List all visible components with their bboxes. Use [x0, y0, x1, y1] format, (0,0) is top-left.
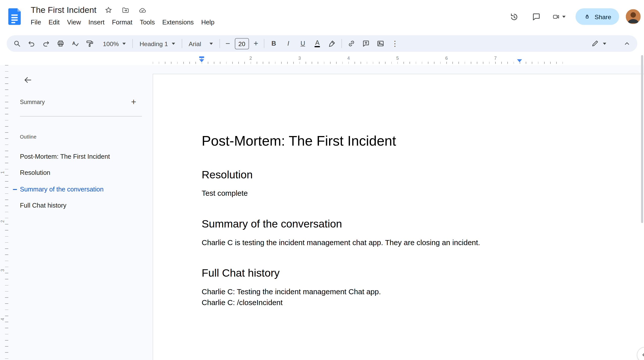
menu-format[interactable]: Format [108, 17, 136, 28]
increase-font-size-button[interactable]: + [251, 37, 261, 51]
ruler-ticks [5, 65, 8, 360]
toolbar: A 100% Heading 1 Arial − 20 + B [7, 35, 637, 52]
scrollbar[interactable] [641, 55, 643, 223]
font-size-input[interactable]: 20 [235, 38, 249, 49]
zoom-select[interactable]: 100% [99, 37, 130, 51]
lock-icon [583, 13, 591, 20]
divider [219, 39, 220, 48]
bold-button[interactable]: B [267, 37, 281, 51]
zoom-value: 100% [103, 40, 119, 47]
outline-item-active[interactable]: Summary of the conversation [20, 181, 145, 198]
divider [182, 39, 182, 48]
menu-insert[interactable]: Insert [85, 17, 108, 28]
logo-line [11, 19, 18, 21]
doc-heading-chat-history[interactable]: Full Chat history [202, 267, 520, 280]
collapse-toolbar-icon[interactable] [620, 37, 634, 51]
outline-item[interactable]: Full Chat history [20, 198, 145, 214]
ruler-mark: 4 [0, 315, 5, 323]
add-comment-icon[interactable] [359, 37, 373, 51]
outline-item[interactable]: Resolution [20, 165, 145, 181]
star-icon[interactable] [103, 5, 113, 15]
decrease-font-size-button[interactable]: − [222, 37, 233, 51]
menu-extensions[interactable]: Extensions [159, 17, 197, 28]
app-header: The First Incident File Edit View Insert… [0, 0, 644, 33]
style-value: Heading 1 [140, 40, 168, 47]
move-folder-icon[interactable] [121, 5, 130, 15]
doc-heading-summary[interactable]: Summary of the conversation [202, 218, 520, 231]
document-title[interactable]: The First Incident [31, 5, 97, 15]
menu-bar: File Edit View Insert Format Tools Exten… [27, 17, 218, 28]
join-call-icon[interactable] [550, 8, 568, 25]
ruler-mark: 7 [494, 56, 497, 61]
pencil-icon [591, 39, 599, 48]
left-indent-marker[interactable] [199, 59, 204, 62]
logo-line [11, 17, 18, 18]
close-outline-icon[interactable] [20, 72, 36, 88]
divider [341, 39, 342, 48]
double-chevron-left-icon [641, 351, 644, 359]
highlight-color-icon[interactable] [325, 37, 339, 51]
menu-file[interactable]: File [27, 17, 45, 28]
doc-paragraph[interactable]: Test complete [202, 189, 520, 198]
cloud-status-icon[interactable] [137, 5, 147, 15]
version-history-icon[interactable] [505, 8, 523, 25]
menu-edit[interactable]: Edit [45, 17, 64, 28]
insert-image-icon[interactable] [373, 37, 388, 51]
first-line-indent-marker[interactable] [199, 56, 204, 58]
text-color-button[interactable]: A [310, 37, 325, 51]
vertical-ruler[interactable]: 1 2 3 4 [0, 65, 10, 360]
svg-text:A: A [72, 41, 75, 46]
document-page[interactable]: Post-Mortem: The First Incident Resoluti… [153, 74, 644, 360]
chevron-down-icon [172, 43, 175, 45]
share-label: Share [595, 13, 611, 20]
doc-paragraph[interactable]: Charlie C: /closeIncident [202, 298, 520, 308]
insert-link-icon[interactable] [344, 37, 358, 51]
doc-heading-resolution[interactable]: Resolution [202, 168, 520, 181]
redo-icon[interactable] [39, 37, 53, 51]
paint-format-icon[interactable] [82, 37, 97, 51]
ruler-mark: 2 [249, 56, 252, 61]
outline-item-label: Post-Mortem: The First Incident [20, 153, 110, 160]
chevron-down-icon [603, 43, 606, 45]
avatar-image [626, 9, 641, 24]
font-select[interactable]: Arial [185, 37, 217, 51]
outline-item[interactable]: Post-Mortem: The First Incident [20, 148, 145, 165]
right-indent-marker[interactable] [517, 59, 522, 62]
menu-help[interactable]: Help [197, 17, 218, 28]
font-value: Arial [189, 40, 201, 47]
add-summary-icon[interactable]: + [127, 95, 141, 109]
paragraph-style-select[interactable]: Heading 1 [135, 37, 179, 51]
menu-tools[interactable]: Tools [136, 17, 159, 28]
docs-logo-icon[interactable] [8, 8, 21, 25]
logo-line [11, 22, 15, 23]
editing-mode-button[interactable] [587, 37, 610, 51]
doc-title-heading[interactable]: Post-Mortem: The First Incident [202, 133, 520, 149]
workspace: 1 2 3 4 Summary + Outline Post-Mortem: T… [0, 65, 644, 360]
sidebar-divider [20, 116, 142, 117]
ruler-mark: 6 [445, 56, 448, 61]
spelling-check-icon[interactable]: A [68, 37, 82, 51]
outline-item-label: Resolution [20, 169, 50, 177]
more-options-icon[interactable]: ⋮ [388, 37, 402, 51]
outline-item-label: Full Chat history [20, 202, 66, 210]
underline-button[interactable]: U [296, 37, 310, 51]
logo-line [11, 15, 18, 16]
undo-icon[interactable] [24, 37, 39, 51]
avatar[interactable] [626, 9, 641, 24]
divider [133, 39, 133, 48]
google-docs-app: The First Incident File Edit View Insert… [0, 0, 644, 360]
ruler-mark: 2 [0, 218, 5, 225]
ruler-mark: 1 [0, 169, 5, 176]
comments-icon[interactable] [528, 8, 546, 25]
ruler-ticks [153, 62, 569, 64]
doc-paragraph[interactable]: Charlie C: Testing the incident manageme… [202, 287, 520, 297]
outline-list: Post-Mortem: The First Incident Resoluti… [20, 148, 145, 214]
doc-paragraph[interactable]: Charlie C is testing the incident manage… [202, 238, 520, 247]
horizontal-ruler[interactable]: 1 2 3 4 5 6 7 [0, 54, 644, 65]
search-menus-icon[interactable] [10, 37, 24, 51]
italic-button[interactable]: I [281, 37, 295, 51]
share-button[interactable]: Share [575, 8, 619, 25]
print-icon[interactable] [53, 37, 68, 51]
menu-view[interactable]: View [63, 17, 84, 28]
chevron-down-icon [123, 43, 126, 45]
